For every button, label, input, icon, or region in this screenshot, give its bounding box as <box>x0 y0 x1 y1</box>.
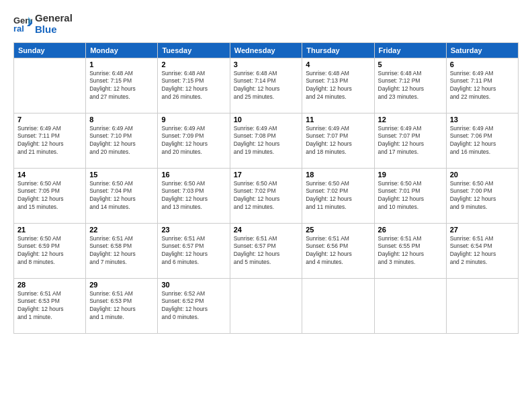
calendar-cell: 28Sunrise: 6:51 AM Sunset: 6:53 PM Dayli… <box>14 278 86 333</box>
calendar-week-4: 21Sunrise: 6:50 AM Sunset: 6:59 PM Dayli… <box>14 223 519 278</box>
calendar-cell: 12Sunrise: 6:49 AM Sunset: 7:07 PM Dayli… <box>374 113 446 168</box>
day-number: 27 <box>450 226 515 234</box>
calendar-cell: 9Sunrise: 6:49 AM Sunset: 7:09 PM Daylig… <box>158 113 230 168</box>
day-info: Sunrise: 6:49 AM Sunset: 7:06 PM Dayligh… <box>450 125 515 157</box>
day-info: Sunrise: 6:49 AM Sunset: 7:11 PM Dayligh… <box>450 70 515 102</box>
calendar-cell: 26Sunrise: 6:51 AM Sunset: 6:55 PM Dayli… <box>374 223 446 278</box>
day-info: Sunrise: 6:49 AM Sunset: 7:07 PM Dayligh… <box>306 125 370 157</box>
day-number: 8 <box>89 116 154 124</box>
day-info: Sunrise: 6:51 AM Sunset: 6:58 PM Dayligh… <box>89 235 154 267</box>
day-number: 25 <box>306 226 370 234</box>
calendar-header-wednesday: Wednesday <box>230 42 302 58</box>
day-number: 20 <box>450 171 515 179</box>
day-number: 15 <box>89 171 154 179</box>
calendar-header-row: SundayMondayTuesdayWednesdayThursdayFrid… <box>14 42 519 58</box>
day-number: 17 <box>234 171 299 179</box>
calendar-cell: 27Sunrise: 6:51 AM Sunset: 6:54 PM Dayli… <box>446 223 518 278</box>
logo: Gene ral General Blue <box>13 12 73 36</box>
day-info: Sunrise: 6:48 AM Sunset: 7:14 PM Dayligh… <box>234 70 299 102</box>
calendar-table: SundayMondayTuesdayWednesdayThursdayFrid… <box>13 42 519 334</box>
day-info: Sunrise: 6:51 AM Sunset: 6:53 PM Dayligh… <box>89 290 154 322</box>
calendar-cell: 22Sunrise: 6:51 AM Sunset: 6:58 PM Dayli… <box>86 223 158 278</box>
day-number: 6 <box>450 60 515 68</box>
day-number: 9 <box>161 116 226 124</box>
day-number: 3 <box>234 60 299 68</box>
day-info: Sunrise: 6:48 AM Sunset: 7:12 PM Dayligh… <box>378 70 443 102</box>
calendar-cell: 15Sunrise: 6:50 AM Sunset: 7:04 PM Dayli… <box>86 168 158 223</box>
day-info: Sunrise: 6:48 AM Sunset: 7:13 PM Dayligh… <box>306 70 370 102</box>
calendar-cell: 1Sunrise: 6:48 AM Sunset: 7:15 PM Daylig… <box>86 58 158 113</box>
day-number: 26 <box>378 226 443 234</box>
day-number: 21 <box>17 226 82 234</box>
calendar-cell: 19Sunrise: 6:50 AM Sunset: 7:01 PM Dayli… <box>374 168 446 223</box>
day-number: 16 <box>161 171 226 179</box>
day-number: 22 <box>89 226 154 234</box>
day-info: Sunrise: 6:50 AM Sunset: 7:02 PM Dayligh… <box>306 180 370 212</box>
calendar-cell: 10Sunrise: 6:49 AM Sunset: 7:08 PM Dayli… <box>230 113 302 168</box>
calendar-header-thursday: Thursday <box>302 42 374 58</box>
calendar-cell: 20Sunrise: 6:50 AM Sunset: 7:00 PM Dayli… <box>446 168 518 223</box>
day-info: Sunrise: 6:50 AM Sunset: 7:03 PM Dayligh… <box>161 180 226 212</box>
calendar-cell: 14Sunrise: 6:50 AM Sunset: 7:05 PM Dayli… <box>14 168 86 223</box>
day-number: 24 <box>234 226 299 234</box>
day-info: Sunrise: 6:49 AM Sunset: 7:10 PM Dayligh… <box>89 125 154 157</box>
calendar-cell: 5Sunrise: 6:48 AM Sunset: 7:12 PM Daylig… <box>374 58 446 113</box>
calendar-cell: 8Sunrise: 6:49 AM Sunset: 7:10 PM Daylig… <box>86 113 158 168</box>
logo-icon: Gene ral <box>13 14 32 33</box>
day-number: 29 <box>89 281 154 289</box>
day-info: Sunrise: 6:50 AM Sunset: 7:01 PM Dayligh… <box>378 180 443 212</box>
day-number: 4 <box>306 60 370 68</box>
calendar-week-5: 28Sunrise: 6:51 AM Sunset: 6:53 PM Dayli… <box>14 278 519 333</box>
day-info: Sunrise: 6:48 AM Sunset: 7:15 PM Dayligh… <box>89 70 154 102</box>
day-info: Sunrise: 6:51 AM Sunset: 6:54 PM Dayligh… <box>450 235 515 267</box>
day-info: Sunrise: 6:50 AM Sunset: 7:05 PM Dayligh… <box>17 180 82 212</box>
calendar-cell: 7Sunrise: 6:49 AM Sunset: 7:11 PM Daylig… <box>14 113 86 168</box>
day-info: Sunrise: 6:51 AM Sunset: 6:57 PM Dayligh… <box>234 235 299 267</box>
calendar-cell: 16Sunrise: 6:50 AM Sunset: 7:03 PM Dayli… <box>158 168 230 223</box>
calendar-cell: 25Sunrise: 6:51 AM Sunset: 6:56 PM Dayli… <box>302 223 374 278</box>
calendar-cell: 24Sunrise: 6:51 AM Sunset: 6:57 PM Dayli… <box>230 223 302 278</box>
day-number: 30 <box>161 281 226 289</box>
calendar-header-friday: Friday <box>374 42 446 58</box>
calendar-cell: 18Sunrise: 6:50 AM Sunset: 7:02 PM Dayli… <box>302 168 374 223</box>
day-number: 2 <box>161 60 226 68</box>
day-number: 28 <box>17 281 82 289</box>
day-info: Sunrise: 6:52 AM Sunset: 6:52 PM Dayligh… <box>161 290 226 322</box>
calendar-cell: 3Sunrise: 6:48 AM Sunset: 7:14 PM Daylig… <box>230 58 302 113</box>
day-info: Sunrise: 6:51 AM Sunset: 6:55 PM Dayligh… <box>378 235 443 267</box>
day-info: Sunrise: 6:49 AM Sunset: 7:07 PM Dayligh… <box>378 125 443 157</box>
calendar-cell: 6Sunrise: 6:49 AM Sunset: 7:11 PM Daylig… <box>446 58 518 113</box>
day-number: 13 <box>450 116 515 124</box>
day-info: Sunrise: 6:49 AM Sunset: 7:08 PM Dayligh… <box>234 125 299 157</box>
calendar-cell: 13Sunrise: 6:49 AM Sunset: 7:06 PM Dayli… <box>446 113 518 168</box>
day-info: Sunrise: 6:50 AM Sunset: 6:59 PM Dayligh… <box>17 235 82 267</box>
calendar-cell: 11Sunrise: 6:49 AM Sunset: 7:07 PM Dayli… <box>302 113 374 168</box>
day-info: Sunrise: 6:49 AM Sunset: 7:11 PM Dayligh… <box>17 125 82 157</box>
calendar-header-saturday: Saturday <box>446 42 518 58</box>
calendar-cell <box>302 278 374 333</box>
calendar-cell: 29Sunrise: 6:51 AM Sunset: 6:53 PM Dayli… <box>86 278 158 333</box>
calendar-cell: 21Sunrise: 6:50 AM Sunset: 6:59 PM Dayli… <box>14 223 86 278</box>
logo-general: General <box>35 12 73 24</box>
calendar-header-sunday: Sunday <box>14 42 86 58</box>
calendar-cell: 17Sunrise: 6:50 AM Sunset: 7:02 PM Dayli… <box>230 168 302 223</box>
calendar-cell <box>374 278 446 333</box>
day-info: Sunrise: 6:51 AM Sunset: 6:56 PM Dayligh… <box>306 235 370 267</box>
day-number: 5 <box>378 60 443 68</box>
day-number: 14 <box>17 171 82 179</box>
day-info: Sunrise: 6:48 AM Sunset: 7:15 PM Dayligh… <box>161 70 226 102</box>
day-number: 23 <box>161 226 226 234</box>
day-number: 12 <box>378 116 443 124</box>
day-info: Sunrise: 6:51 AM Sunset: 6:53 PM Dayligh… <box>17 290 82 322</box>
svg-text:ral: ral <box>13 24 24 33</box>
day-info: Sunrise: 6:50 AM Sunset: 7:02 PM Dayligh… <box>234 180 299 212</box>
day-number: 18 <box>306 171 370 179</box>
page: Gene ral General Blue SundayMondayTuesda… <box>0 0 532 411</box>
header: Gene ral General Blue <box>13 12 519 36</box>
calendar-week-2: 7Sunrise: 6:49 AM Sunset: 7:11 PM Daylig… <box>14 113 519 168</box>
day-number: 1 <box>89 60 154 68</box>
day-number: 11 <box>306 116 370 124</box>
calendar-cell: 30Sunrise: 6:52 AM Sunset: 6:52 PM Dayli… <box>158 278 230 333</box>
calendar-cell: 4Sunrise: 6:48 AM Sunset: 7:13 PM Daylig… <box>302 58 374 113</box>
calendar-week-1: 1Sunrise: 6:48 AM Sunset: 7:15 PM Daylig… <box>14 58 519 113</box>
